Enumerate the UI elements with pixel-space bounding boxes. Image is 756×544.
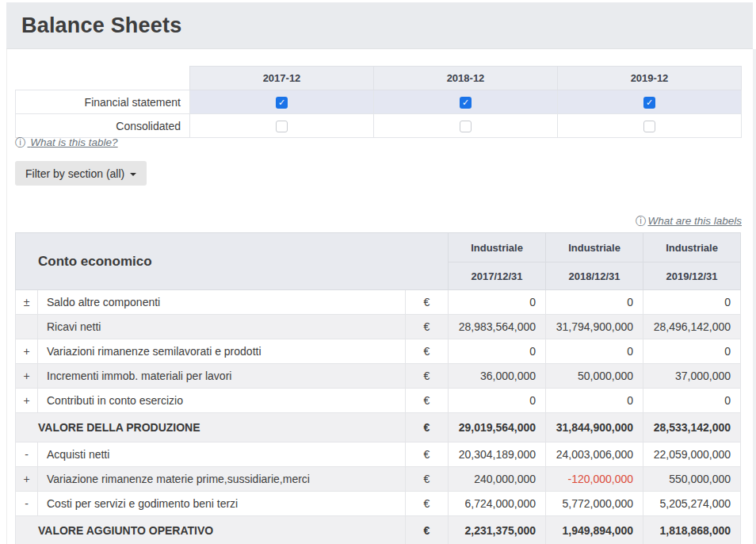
row-label: Incrementi immob. materiali per lavori [38, 364, 406, 389]
filter-by-section-label: Filter by section (all) [25, 167, 124, 180]
checkbox-cell [190, 114, 374, 138]
value-cell: 240,000,000 [449, 467, 546, 492]
period-header-row: 2017-122018-122019-12 [16, 67, 742, 90]
info-icon: ⓘ [636, 214, 647, 228]
value-cell: 5,772,000,000 [546, 492, 643, 516]
checkbox-cell: ✓ [374, 90, 558, 114]
statement-row-acquisti-netti: -Acquisti netti€20,304,189,00024,003,006… [16, 442, 741, 467]
row-label: VALORE DELLA PRODUZIONE [16, 413, 406, 442]
filter-by-section-button[interactable]: Filter by section (all) [15, 161, 147, 186]
value-cell: 5,205,274,000 [643, 492, 741, 516]
checkbox-cell: ✓ [190, 90, 374, 114]
financial-statement-checkbox-2018-12[interactable]: ✓ [460, 97, 472, 109]
period-row-label: Financial statement [16, 90, 190, 114]
value-cell: 28,533,142,000 [643, 413, 741, 442]
row-sign: ± [16, 290, 38, 315]
row-sign: + [16, 364, 38, 389]
row-label: Acquisti netti [38, 442, 406, 467]
page-header: Balance Sheets [6, 2, 753, 49]
value-cell: 31,794,900,000 [546, 315, 643, 339]
period-column-header-2019-12: 2019-12 [558, 67, 742, 90]
value-cell: 2,231,375,000 [449, 516, 546, 544]
currency-cell: € [406, 315, 449, 339]
consolidated-checkbox-2018-12[interactable] [460, 121, 472, 132]
currency-cell: € [406, 339, 449, 364]
value-cell: 37,000,000 [643, 364, 741, 389]
period-row-financial-statement: Financial statement✓✓✓ [16, 90, 742, 114]
period-selection-table: 2017-122018-122019-12 Financial statemen… [15, 66, 742, 138]
statement-row-contributi-in-conto-esercizio: +Contributi in conto esercizio€000 [16, 389, 741, 413]
value-cell: 6,724,000,000 [449, 492, 546, 516]
value-cell: 20,304,189,000 [449, 442, 546, 467]
currency-cell: € [406, 290, 449, 315]
statement-row-costi-per-servizi-e-godimento-beni-terzi: -Costi per servizi e godimento beni terz… [16, 492, 741, 516]
row-label: Contributi in conto esercizio [38, 389, 406, 413]
statement-row-valore-della-produzione: VALORE DELLA PRODUZIONE€29,019,564,00031… [16, 413, 741, 442]
value-cell: 24,003,006,000 [546, 442, 643, 467]
statement-date-header: 2019/12/31 [643, 262, 741, 290]
currency-cell: € [406, 516, 449, 544]
value-cell: 36,000,000 [449, 364, 546, 389]
statement-row-variazioni-rimanenze-semilavorati-e-prodotti: +Variazioni rimanenze semilavorati e pro… [16, 339, 741, 364]
value-cell: 0 [546, 339, 643, 364]
row-label: Ricavi netti [38, 315, 406, 339]
row-sign [16, 315, 38, 339]
currency-cell: € [406, 492, 449, 516]
income-statement-table: Conto economico IndustrialeIndustrialeIn… [15, 232, 741, 544]
value-cell: 550,000,000 [643, 467, 741, 492]
value-cell: 28,496,142,000 [643, 315, 741, 339]
financial-statement-checkbox-2019-12[interactable]: ✓ [643, 97, 655, 109]
statement-group-header-row: Conto economico IndustrialeIndustrialeIn… [16, 233, 741, 262]
what-are-this-labels-link[interactable]: ⓘWhat are this labels [636, 214, 742, 228]
currency-cell: € [406, 467, 449, 492]
scrollbar-track[interactable] [753, 49, 756, 544]
consolidated-checkbox-2017-12[interactable] [276, 121, 288, 132]
value-cell: 31,844,900,000 [546, 413, 643, 442]
statement-row-valore-aggiunto-operativo: VALORE AGGIUNTO OPERATIVO€2,231,375,0001… [16, 516, 741, 544]
value-cell: 0 [643, 339, 741, 364]
statement-row-ricavi-netti: Ricavi netti€28,983,564,00031,794,900,00… [16, 315, 741, 339]
value-cell: 1,949,894,000 [546, 516, 643, 544]
value-cell: 0 [449, 339, 546, 364]
row-label: Saldo altre componenti [38, 290, 406, 315]
period-row-label: Consolidated [16, 114, 190, 138]
statement-row-saldo-altre-componenti: ±Saldo altre componenti€000 [16, 290, 741, 315]
row-sign: + [16, 389, 38, 413]
row-label: Variazione rimanenze materie prime,sussi… [38, 467, 406, 492]
currency-cell: € [406, 364, 449, 389]
checkbox-cell [374, 114, 558, 138]
row-label: Variazioni rimanenze semilavorati e prod… [38, 339, 406, 364]
period-column-header-2017-12: 2017-12 [190, 67, 374, 90]
statement-row-variazione-rimanenze-materie-prime-sussidiarie-merci: +Variazione rimanenze materie prime,suss… [16, 467, 741, 492]
statement-group-header: Industriale [449, 233, 546, 262]
what-is-this-table-label: What is this table? [30, 136, 117, 148]
row-sign: + [16, 339, 38, 364]
chevron-down-icon [130, 173, 136, 176]
value-cell: 1,818,868,000 [643, 516, 741, 544]
value-cell: 0 [546, 290, 643, 315]
checkbox-cell [558, 114, 742, 138]
value-cell: 28,983,564,000 [449, 315, 546, 339]
what-are-this-labels-label: What are this labels [647, 215, 742, 227]
statement-title: Conto economico [16, 233, 449, 290]
page-title: Balance Sheets [6, 2, 753, 38]
what-is-this-table-link[interactable]: ⓘ What is this table? [15, 136, 118, 150]
row-sign: - [16, 492, 38, 516]
value-cell: 22,059,000,000 [643, 442, 741, 467]
value-cell: 0 [643, 389, 741, 413]
period-column-header-2018-12: 2018-12 [374, 67, 558, 90]
value-cell: 0 [449, 290, 546, 315]
financial-statement-checkbox-2017-12[interactable]: ✓ [276, 97, 288, 109]
consolidated-checkbox-2019-12[interactable] [643, 121, 655, 132]
content-left-border [6, 49, 7, 544]
statement-group-header: Industriale [643, 233, 741, 262]
value-cell: 29,019,564,000 [449, 413, 546, 442]
row-sign: - [16, 442, 38, 467]
row-label: VALORE AGGIUNTO OPERATIVO [16, 516, 406, 544]
statement-date-header: 2018/12/31 [546, 262, 643, 290]
currency-cell: € [406, 442, 449, 467]
value-cell: 50,000,000 [546, 364, 643, 389]
currency-cell: € [406, 413, 449, 442]
value-cell: 0 [449, 389, 546, 413]
statement-group-header: Industriale [546, 233, 643, 262]
